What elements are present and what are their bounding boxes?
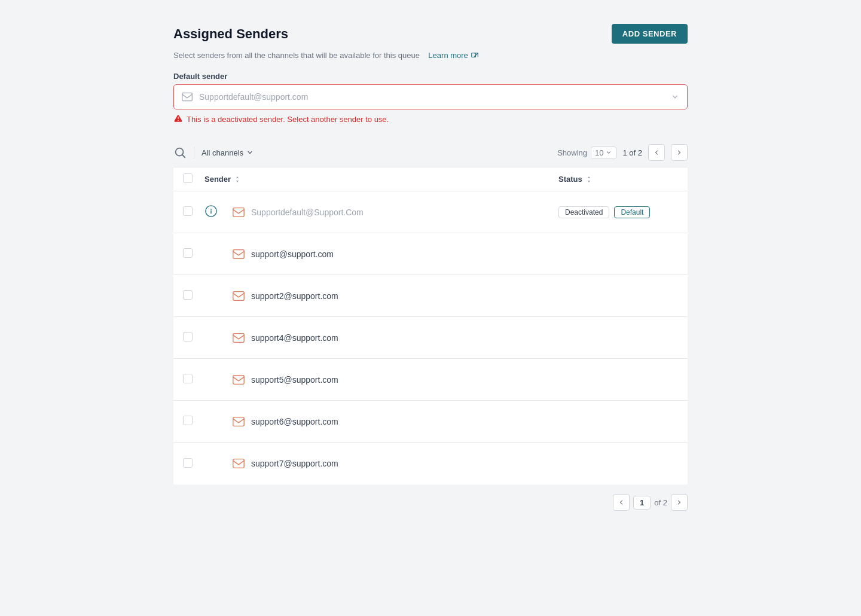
next-page-button[interactable]: [671, 144, 688, 161]
bottom-chevron-left-icon: [617, 498, 625, 507]
sender-cell: Supportdefault@Support.Com: [204, 205, 558, 219]
sender-cell: support4@support.com: [204, 331, 558, 344]
svg-rect-10: [233, 459, 244, 468]
sender-cell: support2@support.com: [204, 289, 558, 303]
add-sender-button[interactable]: ADD SENDER: [612, 24, 688, 44]
of-total-pages: of 2: [654, 498, 667, 507]
default-sender-section: Default sender Supportdefault@support.co…: [173, 72, 688, 124]
controls-left: All channels: [173, 146, 254, 159]
row-checkbox-col: [183, 416, 204, 427]
sender-email: support6@support.com: [251, 417, 338, 426]
search-icon[interactable]: [173, 146, 187, 159]
row-checkbox-col: [183, 374, 204, 385]
count-chevron-icon: [605, 149, 612, 156]
sender-email: support5@support.com: [251, 375, 338, 385]
learn-more-link[interactable]: Learn more: [428, 51, 468, 60]
bottom-chevron-right-icon: [675, 498, 683, 507]
chevron-right-icon: [675, 148, 683, 157]
table-row: support4@support.com: [173, 317, 688, 359]
default-sender-value: Supportdefault@support.com: [199, 92, 670, 102]
table-header-row: Sender Status: [173, 167, 688, 191]
svg-rect-0: [472, 53, 476, 57]
row-checkbox[interactable]: [183, 458, 193, 468]
header-checkbox-col: [183, 173, 204, 185]
row-checkbox-col: [183, 248, 204, 260]
table-row: support7@support.com: [173, 443, 688, 484]
email-envelope-icon: [232, 415, 245, 428]
email-envelope-icon: [232, 289, 245, 303]
select-all-checkbox[interactable]: [183, 173, 193, 183]
chevron-left-icon: [652, 148, 661, 157]
sender-email: support2@support.com: [251, 291, 338, 301]
svg-rect-5: [233, 249, 244, 258]
sender-cell: support6@support.com: [204, 415, 558, 428]
info-icon-col: [204, 205, 221, 219]
svg-rect-6: [233, 291, 244, 300]
channel-filter-chevron: [246, 148, 254, 157]
warning-icon: [173, 114, 183, 124]
row-checkbox[interactable]: [183, 206, 193, 216]
sender-email: support@support.com: [251, 249, 334, 259]
page-info: 1 of 2: [622, 148, 642, 157]
email-envelope-icon: [232, 457, 245, 470]
vertical-divider: [194, 147, 194, 158]
senders-table: Sender Status: [173, 167, 688, 484]
row-checkbox[interactable]: [183, 248, 193, 258]
svg-rect-9: [233, 417, 244, 426]
sender-cell: support7@support.com: [204, 457, 558, 470]
table-row: support@support.com: [173, 233, 688, 275]
default-badge: Default: [614, 206, 650, 218]
envelope-icon: [181, 91, 193, 103]
info-circle-icon[interactable]: [204, 205, 218, 218]
table-controls: All channels Showing 10 1 of 2: [173, 138, 688, 167]
subtitle: Select senders from all the channels tha…: [173, 51, 688, 60]
svg-rect-4: [233, 208, 244, 216]
status-sort-icon[interactable]: [585, 175, 593, 184]
default-sender-dropdown[interactable]: Supportdefault@support.com: [173, 84, 688, 109]
sender-cell: support5@support.com: [204, 373, 558, 386]
row-checkbox-col: [183, 458, 204, 469]
email-envelope-icon: [232, 373, 245, 386]
row-checkbox[interactable]: [183, 374, 193, 383]
current-page-number: 1: [633, 496, 651, 510]
row-checkbox[interactable]: [183, 416, 193, 425]
chevron-down-icon: [670, 92, 680, 102]
email-envelope-icon: [232, 248, 245, 261]
table-row: support5@support.com: [173, 359, 688, 401]
status-column-header: Status: [558, 175, 678, 184]
email-envelope-icon: [232, 331, 245, 344]
svg-rect-7: [233, 333, 244, 342]
showing-count: Showing 10: [557, 147, 616, 159]
status-cell: Deactivated Default: [558, 206, 678, 218]
deactivated-badge: Deactivated: [558, 206, 609, 218]
bottom-prev-button[interactable]: [613, 494, 630, 511]
row-checkbox-col: [183, 332, 204, 343]
sender-email: Supportdefault@Support.Com: [251, 208, 364, 217]
sender-email: support7@support.com: [251, 459, 338, 468]
controls-right: Showing 10 1 of 2: [557, 144, 688, 161]
row-checkbox-col: [183, 206, 204, 218]
external-link-icon: [471, 53, 478, 60]
svg-rect-1: [182, 93, 193, 100]
sender-sort-icon[interactable]: [233, 175, 242, 184]
default-sender-label: Default sender: [173, 72, 688, 81]
table-row: Supportdefault@Support.Com Deactivated D…: [173, 191, 688, 233]
channel-filter-dropdown[interactable]: All channels: [201, 148, 254, 157]
page-title: Assigned Senders: [173, 26, 288, 42]
svg-point-2: [176, 148, 184, 156]
email-envelope-icon: [232, 206, 245, 219]
row-checkbox[interactable]: [183, 332, 193, 341]
page-header: Assigned Senders ADD SENDER: [173, 24, 688, 44]
svg-rect-8: [233, 375, 244, 384]
bottom-pagination: 1 of 2: [173, 484, 688, 516]
deactivated-sender-error: This is a deactivated sender. Select ano…: [173, 114, 688, 124]
sender-cell: support@support.com: [204, 248, 558, 261]
table-row: support6@support.com: [173, 401, 688, 443]
sender-email: support4@support.com: [251, 333, 338, 343]
bottom-next-button[interactable]: [671, 494, 688, 511]
count-select[interactable]: 10: [591, 147, 616, 159]
row-checkbox[interactable]: [183, 290, 193, 300]
sender-column-header: Sender: [204, 175, 558, 184]
prev-page-button[interactable]: [648, 144, 665, 161]
table-row: support2@support.com: [173, 275, 688, 317]
